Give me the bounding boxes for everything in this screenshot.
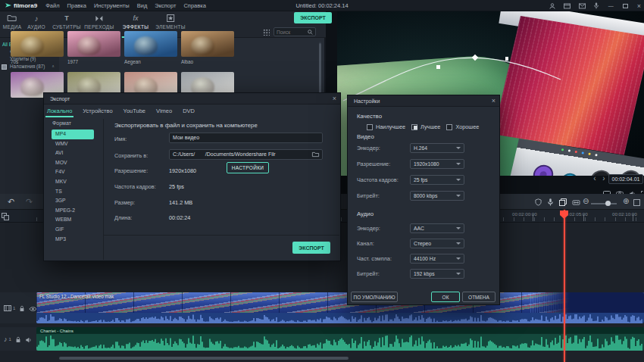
video-track-header: 1 [0,292,36,323]
effect-name: Aegean [124,59,177,64]
export-tab[interactable]: DVD [183,108,195,117]
channel-select[interactable]: Стерео [410,239,464,248]
export-tab[interactable]: YouTube [123,108,145,117]
format-item[interactable]: 3GP [52,196,94,206]
format-item[interactable]: TS [52,187,94,197]
sample-rate-select[interactable]: 44100 Hz [410,254,464,264]
close-icon[interactable]: × [637,2,641,10]
fx-icon: fx [133,14,138,23]
quality-section-label: Качество [357,113,382,120]
quality-option[interactable]: Лучшее [411,123,440,130]
video-clip[interactable]: FL Studio 12 - Dancefair video mak [36,292,644,323]
menu-tools[interactable]: Инструменты [90,2,133,9]
format-item[interactable]: WMV [52,139,94,149]
close-icon[interactable]: × [492,95,496,107]
timeline-hscrollbar[interactable] [59,357,349,360]
menubar: Файл Правка Инструменты Вид Экспорт Спра… [42,2,210,9]
snapshot-frame-icon[interactable] [559,198,567,208]
effect-thumbnail[interactable]: 1977 [67,31,120,64]
format-item[interactable]: WEBM [52,215,94,225]
minimize-icon[interactable]: — [608,3,614,8]
prev-frame-icon[interactable]: ‹ [591,173,599,184]
chevron-down-icon [456,273,461,275]
checkbox[interactable] [411,124,417,130]
format-item[interactable]: F4V [52,167,94,177]
quality-option[interactable]: Наилучшее [367,123,405,130]
zoom-out-icon[interactable]: ⊖ [583,196,589,207]
quality-option[interactable]: Хорошее [446,123,479,130]
titlebar: filmora9 Файл Правка Инструменты Вид Экс… [0,0,644,11]
framerate-select[interactable]: 25 fps [410,175,464,185]
format-item[interactable]: MOV [52,158,94,168]
tab-media[interactable]: МЕДИА [3,14,22,30]
zoom-in-icon[interactable]: ⊕ [623,196,629,207]
zoom-fit-icon[interactable] [633,199,640,206]
export-dialog-tabs: ЛокальноУстройствоYouTubeVimeoDVD [47,108,195,117]
track-manage-icon[interactable] [2,213,9,220]
tab-transitions[interactable]: ЭФФЕКТЫ ПЕРЕХОДЫ [84,14,114,30]
browse-folder-icon[interactable] [312,151,319,158]
tab-subtitles[interactable]: T СУБТИТРЫ [52,14,81,30]
chevron-down-icon [456,242,461,245]
format-item[interactable]: AVI [52,148,94,158]
video-encoder-select[interactable]: H.264 [410,143,464,153]
effect-thumbnail[interactable]: Aegean [124,31,177,64]
lock-icon[interactable] [15,332,21,346]
ok-button[interactable]: ОК [431,292,460,302]
tab-effects[interactable]: fx ЭФФЕКТЫ [123,14,149,30]
format-item[interactable]: MPEG-2 [52,206,94,216]
effect-thumbnail[interactable]: Albao [181,31,234,64]
lock-icon[interactable] [19,301,25,315]
export-tab[interactable]: Устройство [83,108,112,117]
menu-edit[interactable]: Правка [64,2,90,9]
next-frame-icon[interactable]: › [600,173,608,184]
audio-bitrate-select[interactable]: 192 kbps [410,269,464,279]
video-bitrate-select[interactable]: 8000 kbps [410,191,464,201]
export-tab[interactable]: Локально [47,108,72,117]
close-icon[interactable]: × [333,93,336,105]
framerate-value: 25 fps [169,183,184,190]
settings-button[interactable]: НАСТРОЙКИ [227,162,269,173]
audio-encoder-select[interactable]: AAC [410,223,464,233]
tab-audio[interactable]: ♪ АУДИО [27,14,45,30]
format-item[interactable]: MP4 [52,130,94,139]
export-button[interactable]: ЭКСПОРТ [292,242,330,254]
feedback-icon[interactable] [579,3,586,9]
mic-icon[interactable] [594,2,599,9]
export-top-button[interactable]: ЭКСПОРТ [294,12,332,23]
menu-file[interactable]: Файл [42,2,63,9]
record-icon[interactable] [535,198,542,208]
default-button[interactable]: ПО УМОЛЧАНИЮ [351,292,398,302]
format-item[interactable]: MP3 [52,235,94,245]
redo-icon[interactable]: ↷ [26,196,33,207]
voiceover-mic-icon[interactable] [548,198,553,208]
account-icon[interactable] [549,3,555,9]
menu-export[interactable]: Экспорт [151,2,180,9]
video-track-icon [4,301,11,315]
format-item[interactable]: MKV [52,177,94,187]
grid-view-icon[interactable] [263,29,270,36]
speaker-icon[interactable] [25,332,32,346]
card-icon[interactable] [564,3,571,9]
checkbox[interactable] [446,124,452,130]
tab-elements[interactable]: ЭЛЕМЕНТЫ [155,14,186,30]
audio-clip[interactable]: Charriet - Chains [36,327,644,351]
filmora-logo-icon [5,2,11,8]
restore-icon[interactable] [623,4,628,8]
export-tab[interactable]: Vimeo [156,108,172,117]
playhead-line[interactable] [564,210,565,362]
menu-view[interactable]: Вид [133,2,152,9]
checkbox[interactable] [367,124,373,130]
zoom-slider[interactable] [591,203,617,204]
zoom-slider-handle[interactable] [605,201,611,206]
menu-help[interactable]: Справка [180,2,209,9]
format-item[interactable]: GIF [52,225,94,235]
effect-thumbnail[interactable]: 70s [11,31,64,64]
undo-icon[interactable]: ↶ [8,196,14,207]
save-path-input[interactable]: C:/Users/ /Documents/Wondershare Filr [169,149,323,160]
pan-icon[interactable] [572,198,580,208]
resolution-select[interactable]: 1920x1080 [410,159,464,169]
search-input[interactable] [277,30,308,35]
filename-input[interactable]: Мои видео [169,133,323,143]
cancel-button[interactable]: ОТМЕНА [462,292,496,302]
